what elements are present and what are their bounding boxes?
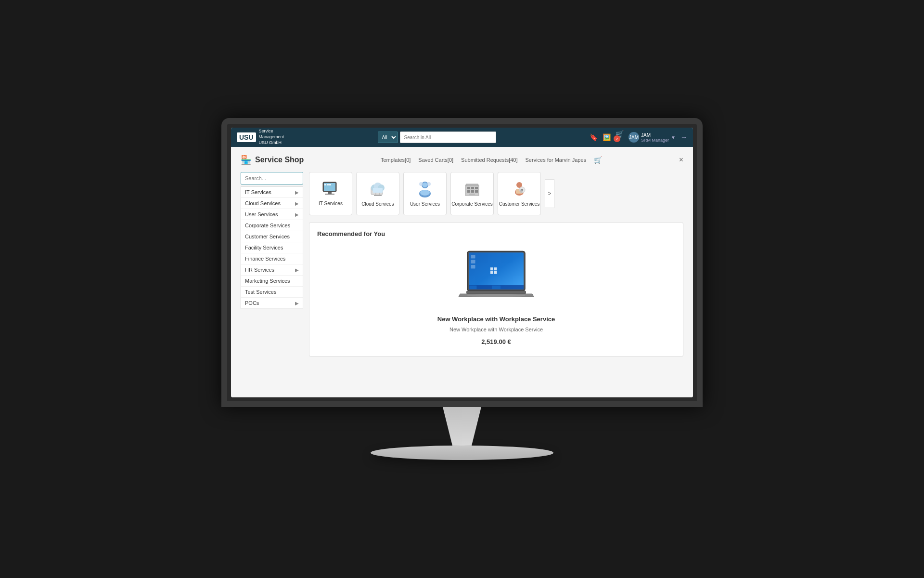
image-icon[interactable]: 🖼️ bbox=[603, 133, 611, 141]
category-cards: IT Services bbox=[309, 172, 683, 215]
cloud-services-icon bbox=[367, 180, 388, 198]
sidebar-item-label: Marketing Services bbox=[245, 278, 290, 284]
shop-cart-icon[interactable]: 🛒 bbox=[594, 156, 602, 164]
user-services-icon bbox=[414, 180, 436, 198]
svg-point-20 bbox=[427, 182, 431, 186]
sidebar-item-facility-services[interactable]: Facility Services bbox=[241, 242, 303, 253]
category-card-user-services[interactable]: User Services bbox=[403, 172, 447, 215]
sidebar-item-finance-services[interactable]: Finance Services bbox=[241, 253, 303, 264]
sidebar-item-hr-services[interactable]: HR Services ▶ bbox=[241, 264, 303, 276]
svg-rect-46 bbox=[494, 267, 497, 270]
recommended-title: Recommended for You bbox=[317, 230, 675, 237]
category-card-it-services[interactable]: IT Services bbox=[309, 172, 352, 215]
category-card-cloud-services[interactable]: Cloud Services bbox=[356, 172, 399, 215]
bookmark-icon[interactable]: 🔖 bbox=[590, 133, 598, 141]
arrow-icon: ▶ bbox=[295, 267, 299, 273]
svg-rect-29 bbox=[469, 194, 475, 196]
sidebar-item-customer-services[interactable]: Customer Services bbox=[241, 231, 303, 242]
search-filter-select[interactable]: All bbox=[378, 131, 398, 143]
shop-title-text: Service Shop bbox=[255, 156, 304, 164]
recommended-product: New Workplace with Workplace Service New… bbox=[317, 245, 675, 345]
sidebar-item-test-services[interactable]: Test Services bbox=[241, 287, 303, 298]
svg-point-19 bbox=[420, 190, 430, 196]
sidebar-item-label: Customer Services bbox=[245, 234, 290, 239]
svg-rect-42 bbox=[471, 255, 475, 259]
arrow-icon: ▶ bbox=[295, 190, 299, 195]
corporate-services-icon bbox=[462, 180, 483, 198]
sidebar-item-user-services[interactable]: User Services ▶ bbox=[241, 209, 303, 220]
sidebar-item-marketing-services[interactable]: Marketing Services bbox=[241, 276, 303, 287]
brand-text: Service Management USU GmbH bbox=[259, 129, 284, 145]
arrow-icon: ▶ bbox=[295, 212, 299, 217]
shop-right: IT Services bbox=[309, 172, 683, 357]
svg-rect-47 bbox=[490, 271, 493, 274]
svg-rect-27 bbox=[471, 190, 474, 193]
logout-icon[interactable]: → bbox=[680, 133, 687, 141]
svg-rect-40 bbox=[470, 286, 477, 289]
sidebar-item-label: IT Services bbox=[245, 189, 271, 195]
sidebar-item-label: POCs bbox=[245, 300, 259, 306]
monitor-screen: USU Service Management USU GmbH All 🔖 bbox=[221, 118, 703, 407]
svg-rect-24 bbox=[471, 187, 474, 189]
nav-submitted-requests[interactable]: Submitted Requests[40] bbox=[461, 157, 517, 163]
nav-search-area: All bbox=[288, 131, 586, 143]
nav-templates[interactable]: Templates[0] bbox=[381, 157, 411, 163]
arrow-icon: ▶ bbox=[295, 301, 299, 306]
customer-services-icon bbox=[509, 180, 530, 198]
svg-rect-28 bbox=[475, 190, 478, 193]
svg-rect-2 bbox=[328, 192, 332, 194]
svg-point-50 bbox=[467, 294, 525, 297]
svg-rect-41 bbox=[492, 286, 500, 289]
sidebar-item-corporate-services[interactable]: Corporate Services bbox=[241, 220, 303, 231]
sidebar-item-cloud-services[interactable]: Cloud Services ▶ bbox=[241, 198, 303, 209]
sidebar-item-label: Corporate Services bbox=[245, 223, 290, 228]
category-card-corporate-services[interactable]: Corporate Services bbox=[450, 172, 494, 215]
svg-rect-12 bbox=[373, 188, 383, 193]
svg-rect-26 bbox=[467, 190, 470, 193]
search-input[interactable] bbox=[400, 131, 496, 143]
sidebar-item-pocs[interactable]: POCs ▶ bbox=[241, 298, 303, 309]
svg-point-18 bbox=[423, 183, 427, 187]
it-services-icon bbox=[321, 181, 340, 198]
user-avatar: JAM bbox=[629, 132, 639, 143]
nav-bar: USU Service Management USU GmbH All 🔖 bbox=[231, 128, 693, 147]
sidebar-item-label: Test Services bbox=[245, 289, 276, 295]
category-label: Corporate Services bbox=[451, 201, 493, 207]
svg-rect-5 bbox=[327, 184, 329, 185]
svg-rect-45 bbox=[490, 267, 493, 270]
svg-rect-48 bbox=[494, 271, 497, 274]
arrow-icon: ▶ bbox=[295, 201, 299, 206]
shop-icon: 🏪 bbox=[241, 155, 251, 165]
sidebar: IT Services ▶ Cloud Services ▶ User Serv… bbox=[241, 172, 303, 357]
nav-services-for[interactable]: Services for Marvin Japes bbox=[526, 157, 587, 163]
category-card-customer-services[interactable]: Customer Services bbox=[498, 172, 541, 215]
scroll-right-button[interactable]: > bbox=[545, 179, 554, 208]
notification-area: 🛒 2 bbox=[616, 130, 624, 145]
sidebar-search-input[interactable] bbox=[241, 172, 303, 184]
user-dropdown-icon[interactable]: ▼ bbox=[671, 135, 676, 140]
monitor-stand-neck bbox=[414, 407, 510, 446]
category-label: IT Services bbox=[319, 201, 343, 207]
nav-user[interactable]: JAM JAM SRM Manager ▼ bbox=[629, 132, 676, 143]
svg-point-21 bbox=[419, 182, 423, 186]
sidebar-item-label: User Services bbox=[245, 211, 278, 217]
sidebar-item-label: Finance Services bbox=[245, 256, 285, 262]
category-label: Cloud Services bbox=[361, 201, 394, 207]
svg-rect-4 bbox=[324, 184, 326, 185]
service-shop-nav: Templates[0] Saved Carts[0] Submitted Re… bbox=[381, 156, 602, 164]
svg-rect-49 bbox=[467, 291, 526, 294]
sidebar-item-it-services[interactable]: IT Services ▶ bbox=[241, 187, 303, 198]
recommended-section: Recommended for You bbox=[309, 222, 683, 357]
svg-rect-3 bbox=[325, 194, 334, 195]
close-button[interactable]: × bbox=[679, 156, 683, 164]
service-shop-title: 🏪 Service Shop bbox=[241, 155, 304, 165]
nav-saved-carts[interactable]: Saved Carts[0] bbox=[418, 157, 453, 163]
nav-logo: USU Service Management USU GmbH bbox=[237, 129, 284, 145]
category-label: User Services bbox=[410, 201, 440, 207]
sidebar-item-label: HR Services bbox=[245, 267, 274, 273]
nav-icons: 🔖 🖼️ 🛒 2 JAM JAM SRM Manager ▼ bbox=[590, 130, 687, 145]
svg-rect-25 bbox=[475, 187, 478, 189]
svg-rect-23 bbox=[467, 187, 470, 189]
shop-body: IT Services ▶ Cloud Services ▶ User Serv… bbox=[241, 172, 683, 357]
monitor-stand-base bbox=[371, 446, 553, 460]
